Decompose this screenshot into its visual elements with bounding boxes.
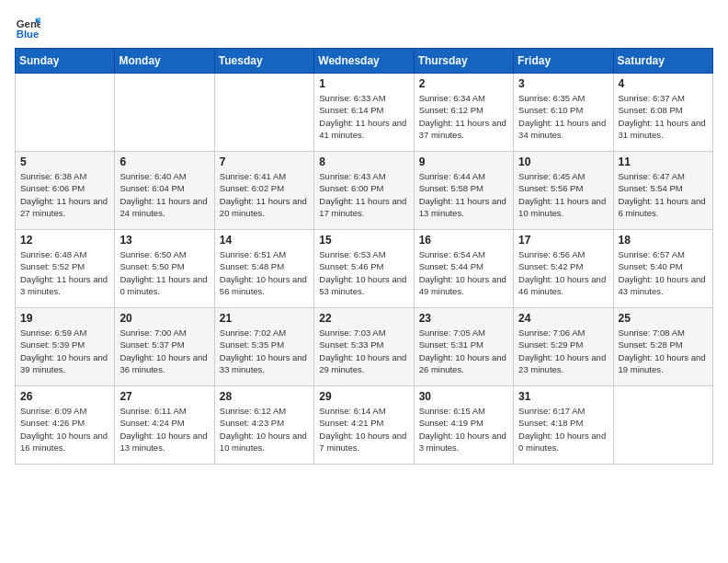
week-row-4: 19Sunrise: 6:59 AM Sunset: 5:39 PM Dayli… <box>16 308 713 386</box>
calendar-body: 1Sunrise: 6:33 AM Sunset: 6:14 PM Daylig… <box>16 74 713 465</box>
day-cell: 15Sunrise: 6:53 AM Sunset: 5:46 PM Dayli… <box>314 230 414 308</box>
day-info: Sunrise: 6:53 AM Sunset: 5:46 PM Dayligh… <box>319 248 408 297</box>
day-number: 8 <box>319 155 408 168</box>
day-cell: 21Sunrise: 7:02 AM Sunset: 5:35 PM Dayli… <box>214 308 313 386</box>
day-info: Sunrise: 6:48 AM Sunset: 5:52 PM Dayligh… <box>20 248 109 297</box>
day-info: Sunrise: 6:59 AM Sunset: 5:39 PM Dayligh… <box>20 327 109 375</box>
day-cell: 5Sunrise: 6:38 AM Sunset: 6:06 PM Daylig… <box>16 152 115 230</box>
day-info: Sunrise: 6:34 AM Sunset: 6:12 PM Dayligh… <box>419 92 508 141</box>
day-number: 2 <box>419 77 508 90</box>
day-info: Sunrise: 7:00 AM Sunset: 5:37 PM Dayligh… <box>119 327 209 375</box>
day-number: 24 <box>518 312 608 325</box>
day-info: Sunrise: 6:38 AM Sunset: 6:06 PM Dayligh… <box>20 170 109 219</box>
logo: General Blue <box>15 15 44 40</box>
day-cell: 13Sunrise: 6:50 AM Sunset: 5:50 PM Dayli… <box>115 230 214 308</box>
day-number: 5 <box>20 155 109 168</box>
day-number: 9 <box>419 155 508 168</box>
day-cell: 10Sunrise: 6:45 AM Sunset: 5:56 PM Dayli… <box>514 152 613 230</box>
day-number: 14 <box>220 234 309 247</box>
day-cell: 4Sunrise: 6:37 AM Sunset: 6:08 PM Daylig… <box>613 74 712 152</box>
header-monday: Monday <box>115 49 214 74</box>
day-info: Sunrise: 6:43 AM Sunset: 6:00 PM Dayligh… <box>319 170 408 219</box>
day-info: Sunrise: 7:02 AM Sunset: 5:35 PM Dayligh… <box>220 327 309 375</box>
day-number: 15 <box>319 234 408 247</box>
logo-icon: General Blue <box>15 15 40 40</box>
day-info: Sunrise: 6:56 AM Sunset: 5:42 PM Dayligh… <box>518 248 608 297</box>
day-number: 31 <box>518 390 608 403</box>
day-info: Sunrise: 6:40 AM Sunset: 6:04 PM Dayligh… <box>119 170 209 219</box>
day-info: Sunrise: 6:14 AM Sunset: 4:21 PM Dayligh… <box>319 405 408 454</box>
day-cell: 17Sunrise: 6:56 AM Sunset: 5:42 PM Dayli… <box>514 230 613 308</box>
day-info: Sunrise: 6:11 AM Sunset: 4:24 PM Dayligh… <box>119 405 209 454</box>
day-number: 16 <box>419 234 508 247</box>
day-cell: 25Sunrise: 7:08 AM Sunset: 5:28 PM Dayli… <box>613 308 712 386</box>
day-info: Sunrise: 7:06 AM Sunset: 5:29 PM Dayligh… <box>518 327 608 375</box>
day-info: Sunrise: 6:35 AM Sunset: 6:10 PM Dayligh… <box>518 92 608 141</box>
day-cell: 2Sunrise: 6:34 AM Sunset: 6:12 PM Daylig… <box>414 74 513 152</box>
week-row-3: 12Sunrise: 6:48 AM Sunset: 5:52 PM Dayli… <box>16 230 713 308</box>
day-number: 28 <box>220 390 309 403</box>
page-header: General Blue <box>15 15 713 40</box>
day-info: Sunrise: 6:37 AM Sunset: 6:08 PM Dayligh… <box>619 92 708 141</box>
day-cell <box>214 74 313 152</box>
day-cell: 22Sunrise: 7:03 AM Sunset: 5:33 PM Dayli… <box>314 308 414 386</box>
day-cell: 20Sunrise: 7:00 AM Sunset: 5:37 PM Dayli… <box>115 308 214 386</box>
day-cell: 23Sunrise: 7:05 AM Sunset: 5:31 PM Dayli… <box>414 308 513 386</box>
header-thursday: Thursday <box>414 49 513 74</box>
day-number: 3 <box>518 77 608 90</box>
day-cell: 24Sunrise: 7:06 AM Sunset: 5:29 PM Dayli… <box>514 308 613 386</box>
day-info: Sunrise: 6:44 AM Sunset: 5:58 PM Dayligh… <box>419 170 508 219</box>
day-number: 11 <box>619 155 708 168</box>
day-number: 1 <box>319 77 408 90</box>
day-info: Sunrise: 6:57 AM Sunset: 5:40 PM Dayligh… <box>619 248 708 297</box>
header-tuesday: Tuesday <box>214 49 313 74</box>
day-number: 20 <box>119 312 209 325</box>
day-cell: 27Sunrise: 6:11 AM Sunset: 4:24 PM Dayli… <box>115 386 214 465</box>
day-number: 10 <box>518 155 608 168</box>
header-saturday: Saturday <box>613 49 712 74</box>
day-cell: 8Sunrise: 6:43 AM Sunset: 6:00 PM Daylig… <box>314 152 414 230</box>
day-cell <box>16 74 115 152</box>
day-number: 13 <box>119 234 209 247</box>
day-info: Sunrise: 6:41 AM Sunset: 6:02 PM Dayligh… <box>220 170 309 219</box>
day-number: 12 <box>20 234 109 247</box>
week-row-5: 26Sunrise: 6:09 AM Sunset: 4:26 PM Dayli… <box>16 386 713 465</box>
day-cell: 26Sunrise: 6:09 AM Sunset: 4:26 PM Dayli… <box>16 386 115 465</box>
day-number: 21 <box>220 312 309 325</box>
day-info: Sunrise: 6:17 AM Sunset: 4:18 PM Dayligh… <box>518 405 608 454</box>
day-number: 7 <box>220 155 309 168</box>
day-cell: 12Sunrise: 6:48 AM Sunset: 5:52 PM Dayli… <box>16 230 115 308</box>
day-cell <box>613 386 712 465</box>
day-number: 6 <box>119 155 209 168</box>
day-info: Sunrise: 6:54 AM Sunset: 5:44 PM Dayligh… <box>419 248 508 297</box>
week-row-2: 5Sunrise: 6:38 AM Sunset: 6:06 PM Daylig… <box>16 152 713 230</box>
day-number: 22 <box>319 312 408 325</box>
calendar-header-row: SundayMondayTuesdayWednesdayThursdayFrid… <box>16 49 713 74</box>
day-info: Sunrise: 7:05 AM Sunset: 5:31 PM Dayligh… <box>419 327 508 375</box>
day-number: 18 <box>619 234 708 247</box>
day-number: 4 <box>619 77 708 90</box>
day-number: 17 <box>518 234 608 247</box>
day-info: Sunrise: 6:50 AM Sunset: 5:50 PM Dayligh… <box>119 248 209 297</box>
svg-text:Blue: Blue <box>17 29 40 40</box>
header-friday: Friday <box>514 49 613 74</box>
day-info: Sunrise: 6:45 AM Sunset: 5:56 PM Dayligh… <box>518 170 608 219</box>
day-number: 19 <box>20 312 109 325</box>
calendar-table: SundayMondayTuesdayWednesdayThursdayFrid… <box>15 48 713 465</box>
day-cell: 18Sunrise: 6:57 AM Sunset: 5:40 PM Dayli… <box>613 230 712 308</box>
day-cell: 31Sunrise: 6:17 AM Sunset: 4:18 PM Dayli… <box>514 386 613 465</box>
day-number: 30 <box>419 390 508 403</box>
day-cell: 7Sunrise: 6:41 AM Sunset: 6:02 PM Daylig… <box>214 152 313 230</box>
day-cell: 11Sunrise: 6:47 AM Sunset: 5:54 PM Dayli… <box>613 152 712 230</box>
header-sunday: Sunday <box>16 49 115 74</box>
day-cell: 1Sunrise: 6:33 AM Sunset: 6:14 PM Daylig… <box>314 74 414 152</box>
day-cell: 16Sunrise: 6:54 AM Sunset: 5:44 PM Dayli… <box>414 230 513 308</box>
day-info: Sunrise: 6:09 AM Sunset: 4:26 PM Dayligh… <box>20 405 109 454</box>
week-row-1: 1Sunrise: 6:33 AM Sunset: 6:14 PM Daylig… <box>16 74 713 152</box>
day-info: Sunrise: 6:51 AM Sunset: 5:48 PM Dayligh… <box>220 248 309 297</box>
day-number: 23 <box>419 312 508 325</box>
day-cell: 14Sunrise: 6:51 AM Sunset: 5:48 PM Dayli… <box>214 230 313 308</box>
day-cell: 30Sunrise: 6:15 AM Sunset: 4:19 PM Dayli… <box>414 386 513 465</box>
day-info: Sunrise: 6:15 AM Sunset: 4:19 PM Dayligh… <box>419 405 508 454</box>
day-info: Sunrise: 7:03 AM Sunset: 5:33 PM Dayligh… <box>319 327 408 375</box>
